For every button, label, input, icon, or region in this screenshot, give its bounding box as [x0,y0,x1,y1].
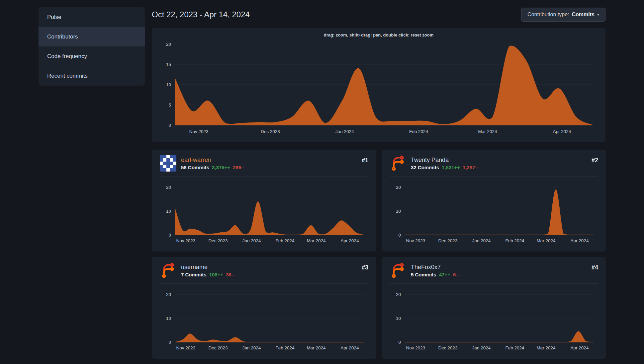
contributor-cards-grid: earl-warren 58 Commits 3,375++ 286-- #1 … [152,150,605,359]
deletions-count: 6-- [453,272,459,277]
svg-text:Mar 2024: Mar 2024 [536,238,556,243]
contributor-name[interactable]: username [181,264,235,271]
svg-text:0: 0 [168,340,171,345]
contributor-chart-wrap: 01020Nov 2023Dec 2023Jan 2024Feb 2024Mar… [390,177,598,247]
contributor-name[interactable]: TheFox0x7 [411,264,459,271]
svg-text:Nov 2023: Nov 2023 [189,129,209,134]
svg-text:Dec 2023: Dec 2023 [261,129,280,134]
chevron-down-icon: ▾ [597,13,599,17]
svg-text:10: 10 [396,316,401,321]
svg-text:Dec 2023: Dec 2023 [438,238,458,243]
svg-text:0: 0 [398,340,401,345]
svg-text:Feb 2024: Feb 2024 [506,238,525,243]
svg-text:Jan 2024: Jan 2024 [335,129,354,134]
main-content: Oct 22, 2023 - Apr 14, 2024 Contribution… [152,7,605,359]
date-range-title: Oct 22, 2023 - Apr 14, 2024 [152,10,250,19]
svg-text:Apr 2024: Apr 2024 [553,129,571,134]
contributor-card-4: TheFox0x7 5 Commits 47++ 6-- #4 01020Nov… [382,257,606,359]
total-commits-area-chart[interactable]: 05101520Nov 2023Dec 2023Jan 2024Feb 2024… [160,38,598,136]
svg-text:10: 10 [166,82,171,87]
contributor-rank: #4 [592,262,598,271]
contributor-rank: #3 [362,262,368,271]
contributor-card-1: earl-warren 58 Commits 3,375++ 286-- #1 … [152,150,376,252]
contributor-chart-wrap: 01020Nov 2023Dec 2023Jan 2024Feb 2024Mar… [390,284,598,354]
contributor-name[interactable]: Twenty Panda [411,157,479,164]
svg-text:Jan 2024: Jan 2024 [242,345,261,350]
contributor-area-chart[interactable]: 01020Nov 2023Dec 2023Jan 2024Feb 2024Mar… [390,179,598,246]
svg-text:Nov 2023: Nov 2023 [406,345,425,350]
svg-text:20: 20 [166,292,171,297]
activity-page: Pulse Contributors Code frequency Recent… [0,0,644,359]
contributor-rank: #1 [362,155,368,164]
svg-text:10: 10 [396,209,401,214]
avatar-forgejo-logo[interactable] [390,262,406,279]
svg-text:Dec 2023: Dec 2023 [209,238,228,243]
contributor-card-3: username 7 Commits 108++ 36-- #3 01020No… [152,257,376,359]
svg-text:Dec 2023: Dec 2023 [209,345,228,350]
commit-count: 7 Commits [181,272,207,277]
deletions-count: 286-- [233,165,244,170]
contributor-header: earl-warren 58 Commits 3,375++ 286-- #1 [160,150,368,177]
contributor-chart-wrap: 01020Nov 2023Dec 2023Jan 2024Feb 2024Mar… [160,284,368,354]
svg-text:20: 20 [166,185,171,190]
contributor-area-chart[interactable]: 01020Nov 2023Dec 2023Jan 2024Feb 2024Mar… [160,286,368,353]
svg-text:Mar 2024: Mar 2024 [478,129,497,134]
contribution-type-dropdown[interactable]: Contribution type: Commits ▾ [521,8,605,22]
svg-text:Feb 2024: Feb 2024 [506,345,525,350]
svg-text:Feb 2024: Feb 2024 [276,238,295,243]
sidebar-item-contributors[interactable]: Contributors [39,27,145,46]
svg-text:0: 0 [168,233,171,238]
svg-text:Apr 2024: Apr 2024 [571,238,589,243]
contributor-header: username 7 Commits 108++ 36-- #3 [160,257,368,284]
contributor-stats: 5 Commits 47++ 6-- [411,272,459,277]
svg-text:Apr 2024: Apr 2024 [571,345,589,350]
contributor-info: TheFox0x7 5 Commits 47++ 6-- [411,264,459,277]
svg-text:0: 0 [168,123,171,128]
contributor-info: Twenty Panda 32 Commits 1,531++ 1,297-- [411,157,479,170]
additions-count: 47++ [439,272,450,277]
svg-text:Jan 2024: Jan 2024 [242,238,261,243]
sidebar-item-pulse[interactable]: Pulse [39,7,145,27]
contributor-area-chart[interactable]: 01020Nov 2023Dec 2023Jan 2024Feb 2024Mar… [160,179,368,246]
contribution-type-label: Contribution type: [527,12,569,18]
svg-text:15: 15 [166,62,171,67]
svg-text:Nov 2023: Nov 2023 [406,238,425,243]
additions-count: 1,531++ [442,165,460,170]
avatar-forgejo-logo[interactable] [160,262,176,279]
commit-count: 5 Commits [411,272,436,277]
svg-text:20: 20 [396,185,401,190]
svg-text:Feb 2024: Feb 2024 [409,129,428,134]
contributor-card-2: Twenty Panda 32 Commits 1,531++ 1,297-- … [382,150,606,252]
svg-text:20: 20 [166,42,171,47]
commit-count: 32 Commits [411,165,439,170]
avatar-identicon[interactable] [160,155,176,172]
deletions-count: 36-- [226,272,235,277]
sidebar-item-recent-commits[interactable]: Recent commits [39,66,145,86]
svg-text:10: 10 [166,316,171,321]
deletions-count: 1,297-- [463,165,479,170]
sidebar-item-code-frequency[interactable]: Code frequency [39,46,145,66]
svg-text:20: 20 [396,292,401,297]
svg-text:Mar 2024: Mar 2024 [307,238,326,243]
contributor-chart-wrap: 01020Nov 2023Dec 2023Jan 2024Feb 2024Mar… [160,177,368,247]
svg-text:Nov 2023: Nov 2023 [176,345,196,350]
contributor-header: Twenty Panda 32 Commits 1,531++ 1,297-- … [390,150,598,177]
additions-count: 108++ [209,272,224,277]
contributor-stats: 32 Commits 1,531++ 1,297-- [411,165,479,170]
contributor-rank: #2 [592,155,598,164]
avatar-forgejo-logo[interactable] [390,155,406,172]
contributor-name[interactable]: earl-warren [181,157,244,164]
svg-text:5: 5 [168,103,171,108]
svg-text:Nov 2023: Nov 2023 [176,238,196,243]
chart-zoom-hint: drag: zoom, shift+drag: pan, double clic… [160,33,598,37]
contribution-type-value: Commits [572,12,595,18]
additions-count: 3,375++ [212,165,230,170]
contributor-header: TheFox0x7 5 Commits 47++ 6-- #4 [390,257,598,284]
svg-text:Apr 2024: Apr 2024 [341,345,359,350]
activity-sidebar: Pulse Contributors Code frequency Recent… [39,7,145,86]
total-commits-chart-card: drag: zoom, shift+drag: pan, double clic… [152,28,605,142]
contributor-area-chart[interactable]: 01020Nov 2023Dec 2023Jan 2024Feb 2024Mar… [390,286,598,353]
svg-text:10: 10 [166,209,171,214]
contributor-info: earl-warren 58 Commits 3,375++ 286-- [181,157,244,170]
svg-text:Apr 2024: Apr 2024 [341,238,359,243]
